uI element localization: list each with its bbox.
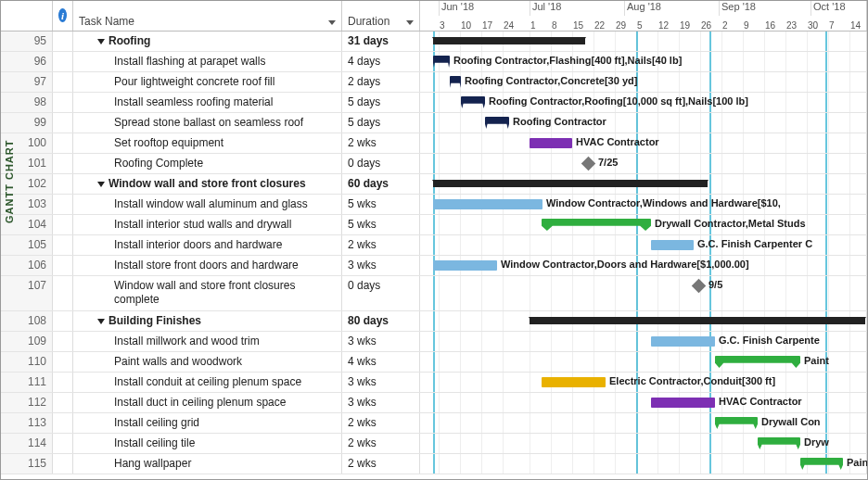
row-info-cell[interactable] (53, 276, 73, 310)
chevron-down-icon[interactable] (406, 20, 414, 25)
gantt-cell[interactable]: G.C. Finish Carpente (420, 332, 867, 351)
col-header-timeline[interactable]: Jun '18Jul '18Aug '18Sep '18Oct '1831017… (420, 1, 867, 31)
task-row[interactable]: 100Set rooftop equipment2 wksHVAC Contra… (1, 133, 867, 154)
row-number[interactable]: 96 (1, 52, 53, 71)
task-name-cell[interactable]: Install ceiling tile (73, 434, 342, 453)
task-row[interactable]: 96Install flashing at parapet walls4 day… (1, 52, 867, 72)
task-row[interactable]: 102Window wall and store front closures6… (1, 174, 867, 195)
task-row[interactable]: 103Install window wall aluminum and glas… (1, 195, 867, 215)
row-info-cell[interactable] (53, 256, 73, 275)
row-info-cell[interactable] (53, 154, 73, 173)
task-row[interactable]: 97Pour lightweight concrete roof fill2 d… (1, 72, 867, 93)
task-name-cell[interactable]: Install window wall aluminum and glass (73, 195, 342, 214)
task-bar[interactable] (651, 398, 715, 408)
row-info-cell[interactable] (53, 434, 73, 453)
task-bar[interactable] (433, 199, 542, 209)
duration-cell[interactable]: 3 wks (342, 256, 420, 275)
summary-bar[interactable] (530, 317, 865, 324)
duration-cell[interactable]: 5 wks (342, 215, 420, 234)
gantt-cell[interactable] (420, 174, 867, 194)
task-name-cell[interactable]: Install millwork and wood trim (73, 332, 342, 351)
row-info-cell[interactable] (53, 311, 73, 331)
task-bar[interactable] (433, 56, 450, 68)
duration-cell[interactable]: 0 days (342, 154, 420, 173)
gantt-cell[interactable]: Roofing Contractor,Roofing[10,000 sq ft]… (420, 93, 867, 112)
duration-cell[interactable]: 2 wks (342, 454, 420, 474)
task-row[interactable]: 111Install conduit at ceiling plenum spa… (1, 373, 867, 393)
row-info-cell[interactable] (53, 195, 73, 214)
task-bar[interactable] (433, 260, 497, 271)
row-number[interactable]: 107 (1, 276, 53, 310)
row-number[interactable]: 97 (1, 72, 53, 92)
row-number[interactable]: 105 (1, 235, 53, 255)
col-header-info[interactable]: i (53, 1, 73, 31)
gantt-cell[interactable] (420, 32, 867, 51)
task-row[interactable]: 95Roofing31 days (1, 32, 867, 52)
gantt-cell[interactable]: HVAC Contractor (420, 393, 867, 412)
row-info-cell[interactable] (53, 373, 73, 392)
task-row[interactable]: 115Hang wallpaper2 wksPaint (1, 454, 867, 474)
duration-cell[interactable]: 60 days (342, 174, 420, 194)
chevron-down-icon[interactable] (328, 20, 336, 25)
task-bar[interactable] (542, 377, 606, 387)
task-row[interactable]: 98Install seamless roofing material5 day… (1, 93, 867, 113)
row-number[interactable]: 114 (1, 434, 53, 453)
gantt-cell[interactable]: G.C. Finish Carpenter C (420, 235, 867, 255)
summary-bar[interactable] (433, 180, 708, 187)
duration-cell[interactable]: 5 wks (342, 195, 420, 214)
row-info-cell[interactable] (53, 454, 73, 474)
col-header-row-number[interactable] (1, 1, 53, 31)
duration-cell[interactable]: 2 wks (342, 235, 420, 255)
row-info-cell[interactable] (53, 235, 73, 255)
duration-cell[interactable]: 5 days (342, 113, 420, 133)
duration-cell[interactable]: 2 wks (342, 133, 420, 153)
task-name-cell[interactable]: Roofing Complete (73, 154, 342, 173)
task-row[interactable]: 113Install ceiling grid2 wksDrywall Con (1, 413, 867, 434)
duration-cell[interactable]: 4 days (342, 52, 420, 71)
duration-cell[interactable]: 80 days (342, 311, 420, 331)
row-number[interactable]: 106 (1, 256, 53, 275)
task-name-cell[interactable]: Install flashing at parapet walls (73, 52, 342, 71)
row-number[interactable]: 115 (1, 454, 53, 474)
duration-cell[interactable]: 0 days (342, 276, 420, 310)
row-info-cell[interactable] (53, 52, 73, 71)
col-header-duration[interactable]: Duration (342, 1, 420, 31)
task-name-cell[interactable]: Install conduit at ceiling plenum space (73, 373, 342, 392)
milestone-diamond-icon[interactable] (692, 279, 707, 294)
task-row[interactable]: 104Install interior stud walls and drywa… (1, 215, 867, 235)
task-row[interactable]: 105Install interior doors and hardware2 … (1, 235, 867, 256)
gantt-cell[interactable]: Dryw (420, 434, 867, 453)
task-name-cell[interactable]: Spread stone ballast on seamless roof (73, 113, 342, 133)
gantt-cell[interactable]: Window Contractor,Windows and Hardware[$… (420, 195, 867, 214)
gantt-cell[interactable]: 9/5 (420, 276, 867, 310)
task-row[interactable]: 108Building Finishes80 days (1, 311, 867, 332)
row-number[interactable]: 95 (1, 32, 53, 51)
gantt-cell[interactable]: Drywall Contractor,Metal Studs (420, 215, 867, 234)
duration-cell[interactable]: 3 wks (342, 332, 420, 351)
gantt-cell[interactable]: Paint (420, 454, 867, 474)
task-name-cell[interactable]: Install duct in ceiling plenum space (73, 393, 342, 412)
task-name-cell[interactable]: Install store front doors and hardware (73, 256, 342, 275)
task-bar[interactable] (485, 117, 509, 129)
duration-cell[interactable]: 4 wks (342, 352, 420, 372)
gantt-cell[interactable]: Paint (420, 352, 867, 372)
task-name-cell[interactable]: Install ceiling grid (73, 413, 342, 433)
task-bar[interactable] (542, 219, 651, 231)
task-name-cell[interactable]: Roofing (73, 32, 342, 51)
task-row[interactable]: 107Window wall and store front closures … (1, 276, 867, 311)
duration-cell[interactable]: 31 days (342, 32, 420, 51)
row-info-cell[interactable] (53, 72, 73, 92)
duration-cell[interactable]: 3 wks (342, 393, 420, 412)
gantt-cell[interactable]: Electric Contractor,Conduit[300 ft] (420, 373, 867, 392)
summary-bar[interactable] (433, 37, 585, 44)
task-name-cell[interactable]: Paint walls and woodwork (73, 352, 342, 372)
task-name-cell[interactable]: Window wall and store front closures com… (73, 276, 342, 310)
row-number[interactable]: 99 (1, 113, 53, 133)
duration-cell[interactable]: 5 days (342, 93, 420, 112)
row-info-cell[interactable] (53, 413, 73, 433)
gantt-cell[interactable] (420, 311, 867, 331)
task-name-cell[interactable]: Install interior stud walls and drywall (73, 215, 342, 234)
row-info-cell[interactable] (53, 215, 73, 234)
row-number[interactable]: 108 (1, 311, 53, 331)
task-name-cell[interactable]: Building Finishes (73, 311, 342, 331)
